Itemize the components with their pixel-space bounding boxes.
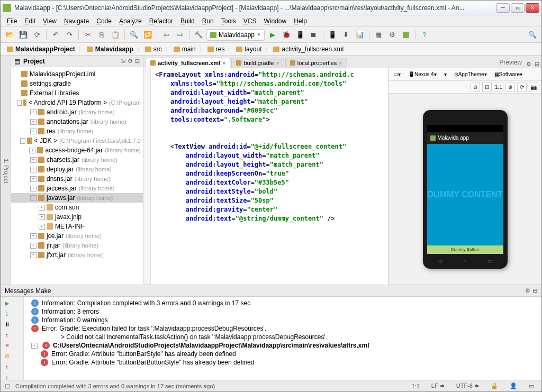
gear-icon[interactable]: ⚙: [128, 58, 133, 65]
search-everywhere-icon[interactable]: 🔍: [527, 29, 538, 41]
tree-item[interactable]: +META-INF: [11, 222, 143, 231]
message-row[interactable]: !Error: Gradle: Execution failed for tas…: [26, 324, 539, 333]
status-toggle-icon[interactable]: ▢: [5, 382, 10, 389]
tree-item[interactable]: +jfxrt.jar(library home): [11, 250, 143, 260]
close-tab-icon[interactable]: ×: [276, 60, 279, 66]
tree-item[interactable]: +jce.jar(library home): [11, 231, 143, 241]
editor-tab[interactable]: activity_fullscreen.xml×: [146, 58, 230, 68]
run-config-selector[interactable]: Malavidaapp ▼: [206, 29, 265, 41]
redo-icon[interactable]: ↷: [64, 29, 75, 41]
orientation-icon[interactable]: ▭▾: [391, 70, 403, 78]
inspector-icon[interactable]: 👤: [507, 382, 520, 389]
tree-item[interactable]: +res(library home): [11, 126, 143, 136]
encoding[interactable]: UTF-8 ≑: [453, 382, 482, 389]
sdk-icon[interactable]: ⬇: [340, 29, 352, 41]
tree-item[interactable]: +javax.jnlp: [11, 212, 143, 222]
editor-tab[interactable]: local.properties×: [285, 58, 347, 68]
minimize-button[interactable]: ─: [496, 3, 510, 13]
device-selector[interactable]: 📱Nexus 4▾: [405, 70, 439, 78]
tree-item[interactable]: -< Android API 19 Platform >(C:\Program: [11, 98, 143, 107]
paste-icon[interactable]: 📋: [110, 29, 121, 41]
collapse-icon[interactable]: ⇲: [121, 58, 125, 65]
project-tree[interactable]: MalavidaappProject.imlsettings.gradleExt…: [11, 67, 143, 285]
message-row[interactable]: > Could not call IncrementalTask.taskAct…: [26, 333, 539, 341]
open-icon[interactable]: 📂: [4, 29, 15, 41]
copy-icon[interactable]: ⎘: [96, 29, 107, 41]
api-selector[interactable]: ▾: [441, 70, 449, 78]
filter-icon[interactable]: ⊘: [3, 352, 11, 360]
messages-hide-icon[interactable]: ⊟: [532, 287, 537, 294]
menu-file[interactable]: File: [4, 16, 20, 26]
breadcrumb[interactable]: src: [142, 44, 165, 54]
save-icon[interactable]: 💾: [17, 29, 29, 41]
back-icon[interactable]: ⇦: [160, 29, 172, 41]
menu-vcs[interactable]: VCS: [240, 16, 260, 26]
undo-icon[interactable]: ↶: [50, 29, 61, 41]
zoom-in-icon[interactable]: ⊕: [505, 83, 515, 92]
settings-icon[interactable]: ⚙: [386, 29, 398, 41]
breadcrumb[interactable]: MalavidaappProject: [4, 44, 78, 54]
message-row[interactable]: iInformation: Compilation completed with…: [26, 299, 539, 307]
message-row[interactable]: -!C:\Users\Ontecnia\AndroidStudioProject…: [26, 341, 539, 350]
tree-item[interactable]: +jfr.jar(library home): [11, 241, 143, 250]
hide-icon[interactable]: ⊟: [135, 58, 140, 65]
tree-item[interactable]: +access-bridge-64.jar(library home): [11, 145, 143, 155]
project-tool-tab[interactable]: 1: Project: [2, 156, 11, 186]
zoom-actual-icon[interactable]: 1:1: [494, 83, 503, 92]
menu-tools[interactable]: Tools: [218, 16, 239, 26]
android-tool-icon[interactable]: [400, 29, 412, 41]
capture-icon[interactable]: 📷: [529, 83, 538, 92]
menu-view[interactable]: View: [40, 16, 60, 26]
breadcrumb[interactable]: layout: [233, 44, 265, 54]
breadcrumb[interactable]: Malavidaapp: [84, 44, 137, 54]
maximize-button[interactable]: ▭: [511, 3, 525, 13]
up-icon[interactable]: ↑: [3, 331, 11, 339]
menu-analyze[interactable]: Analyze: [116, 16, 145, 26]
zoom-out-icon[interactable]: ⊖: [471, 83, 480, 92]
render-selector[interactable]: ▦Software▾: [492, 70, 525, 78]
debug-icon[interactable]: 🐞: [281, 29, 292, 41]
close-button[interactable]: ✕: [526, 3, 539, 13]
menu-help[interactable]: Help: [291, 16, 310, 26]
preview-gear-icon[interactable]: ⚙: [526, 61, 531, 68]
menu-navigate[interactable]: Navigate: [61, 16, 92, 26]
messages-gear-icon[interactable]: ⚙: [525, 287, 530, 294]
line-ending[interactable]: LF ≑: [428, 382, 448, 389]
attach-icon[interactable]: 📱: [294, 29, 306, 41]
tree-item[interactable]: +annotations.jar(library home): [11, 117, 143, 126]
tree-item[interactable]: MalavidaappProject.iml: [11, 69, 143, 79]
message-row[interactable]: !Error: Gradle: Attribute "buttonBarButt…: [26, 358, 539, 367]
replace-icon[interactable]: 🔁: [142, 29, 153, 41]
close-tab-icon[interactable]: ×: [222, 60, 225, 66]
caret-position[interactable]: 1:1: [409, 383, 423, 389]
menu-code[interactable]: Code: [93, 16, 115, 26]
rerun-icon[interactable]: ▶: [3, 299, 11, 307]
breadcrumb[interactable]: res: [204, 44, 228, 54]
tree-item[interactable]: +jaccess.jar(library home): [11, 184, 143, 193]
menu-edit[interactable]: Edit: [21, 16, 39, 26]
sync-icon[interactable]: ⟳: [31, 29, 43, 41]
rerun-down-icon[interactable]: ⤵: [3, 309, 11, 318]
menu-run[interactable]: Run: [199, 16, 217, 26]
stop-messages-icon[interactable]: ✕: [3, 341, 11, 350]
menu-build[interactable]: Build: [177, 16, 198, 26]
next-icon[interactable]: ↓: [3, 373, 11, 380]
editor-tab[interactable]: build.gradle×: [231, 58, 284, 68]
tree-item[interactable]: +android.jar(library home): [11, 107, 143, 117]
breadcrumb[interactable]: main: [170, 44, 199, 54]
run-icon[interactable]: ▶: [267, 29, 278, 41]
forward-icon[interactable]: ⇨: [174, 29, 186, 41]
lock-icon[interactable]: 🔒: [487, 382, 501, 389]
close-tab-icon[interactable]: ×: [339, 60, 342, 66]
tree-item[interactable]: +charsets.jar(library home): [11, 155, 143, 165]
tree-item[interactable]: +com.sun: [11, 203, 143, 212]
preview-hide-icon[interactable]: ⊟: [535, 61, 539, 68]
tree-item[interactable]: -< JDK >(C:\Program Files\Java\jdk1.7.0: [11, 136, 143, 145]
theme-selector[interactable]: ⊙AppTheme▾: [451, 70, 490, 78]
tree-item[interactable]: -javaws.jar(library home): [11, 193, 143, 203]
menu-window[interactable]: Window: [260, 16, 290, 26]
zoom-fit-icon[interactable]: ⊡: [482, 83, 492, 92]
help-icon[interactable]: ?: [419, 29, 430, 41]
code-editor[interactable]: <FrameLayout xmlns:android="http://schem…: [151, 68, 388, 285]
prev-icon[interactable]: ↑: [3, 362, 11, 371]
